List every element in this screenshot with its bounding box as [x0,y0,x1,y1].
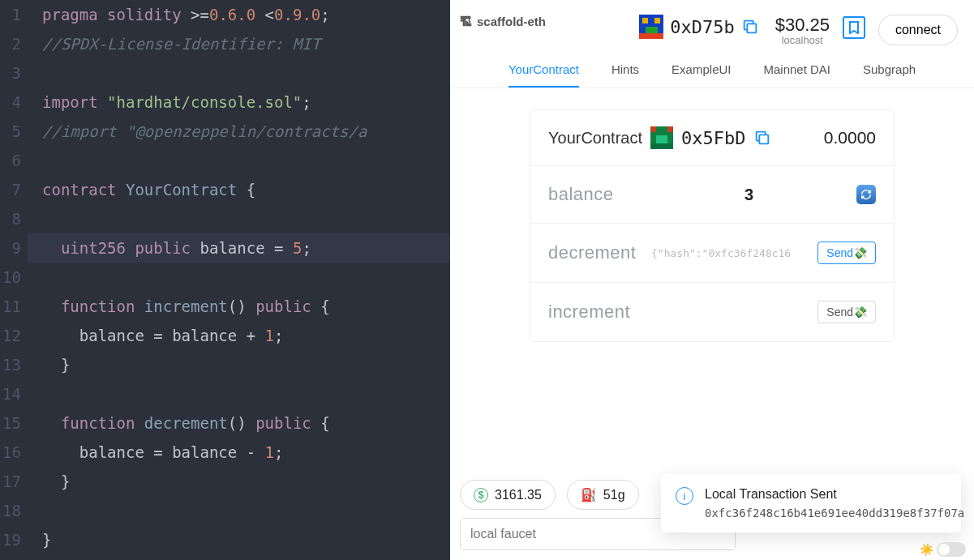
svg-rect-7 [650,126,656,132]
increment-label: increment [548,301,641,323]
wallet-blockie-icon [639,15,663,39]
svg-rect-10 [650,143,673,149]
svg-rect-4 [639,33,663,40]
svg-rect-11 [760,135,769,143]
balance-label: balance [548,184,641,205]
eth-balance-value: 3161.35 [495,488,542,502]
wallet-balance[interactable]: $30.25 localhost [775,15,830,46]
refresh-button[interactable] [856,185,876,204]
decrement-label: decrement [548,242,641,263]
bookmark-icon [848,21,860,34]
tab-exampleui[interactable]: ExampleUI [672,62,731,88]
info-icon: i [676,487,693,505]
contract-card-header: YourContract 0x5FbD 0.0000 [530,110,894,165]
contract-blockie-icon [650,126,673,149]
connect-button[interactable]: connect [878,15,958,45]
crane-icon: 🏗 [460,15,472,28]
app-header: 🏗 scaffold-eth 0xD75b $30.25 localhost c… [450,0,974,46]
decrement-row: decrement {"hash":"0xfc36f248c16 Send💸 [530,223,894,282]
wallet-bookmark-button[interactable] [843,16,865,39]
wallet-address-short: 0xD75b [670,17,734,37]
svg-rect-2 [654,18,661,24]
theme-switch[interactable] [937,542,966,557]
theme-toggle[interactable]: ☀️ [920,542,966,557]
svg-rect-3 [646,27,658,33]
transaction-toast: i Local Transaction Sent 0xfc36f248c16b4… [661,474,961,532]
editor-code[interactable]: pragma solidity >=0.6.0 <0.9.0; //SPDX-L… [28,0,450,560]
wallet-address-chip[interactable]: 0xD75b [639,15,758,39]
contract-title: YourContract [548,129,642,147]
decrement-hash-preview: {"hash":"0xfc36f248c16 [651,247,808,259]
increment-row: increment Send💸 [530,282,894,341]
balance-row: balance 3 [530,165,894,223]
tab-subgraph[interactable]: Subgraph [863,62,916,88]
svg-rect-1 [642,18,649,24]
scaffold-app: 🏗 scaffold-eth 0xD75b $30.25 localhost c… [450,0,974,560]
gas-pill[interactable]: ⛽ 51g [567,480,639,510]
brand-name: scaffold-eth [477,15,546,28]
code-editor[interactable]: 12345678910111213141516171819 pragma sol… [0,0,450,560]
contract-card: YourContract 0x5FbD 0.0000 balance 3 dec… [530,109,895,342]
balance-value: 3 [651,186,847,204]
toast-title: Local Transaction Sent [705,487,964,502]
wallet-balance-amount: $30.25 [775,15,830,36]
nav-tabs: YourContractHintsExampleUIMainnet DAISub… [450,46,974,88]
toast-hash: 0xfc36f248c16b41e691ee40dd319e8f37f07a [705,507,964,519]
tab-hints[interactable]: Hints [611,62,639,88]
gas-value: 51g [603,488,625,502]
tab-yourcontract[interactable]: YourContract [508,62,579,88]
svg-rect-9 [656,135,667,144]
brand[interactable]: 🏗 scaffold-eth [460,15,546,28]
svg-rect-8 [667,126,673,132]
network-host: localhost [782,34,823,46]
copy-icon[interactable] [753,129,771,147]
dollar-icon: $ [474,488,488,502]
refresh-icon [860,189,872,200]
editor-gutter: 12345678910111213141516171819 [0,0,28,560]
sun-icon: ☀️ [920,543,933,556]
contract-balance[interactable]: 0.0000 [824,128,876,147]
contract-address-short[interactable]: 0x5FbD [681,128,745,148]
decrement-send-button[interactable]: Send💸 [817,242,876,264]
copy-icon[interactable] [741,18,759,36]
fuel-icon: ⛽ [581,487,597,502]
increment-send-button[interactable]: Send💸 [817,301,876,323]
eth-balance-pill[interactable]: $ 3161.35 [460,480,556,510]
tab-mainnet-dai[interactable]: Mainnet DAI [763,62,830,88]
svg-rect-5 [747,24,756,32]
